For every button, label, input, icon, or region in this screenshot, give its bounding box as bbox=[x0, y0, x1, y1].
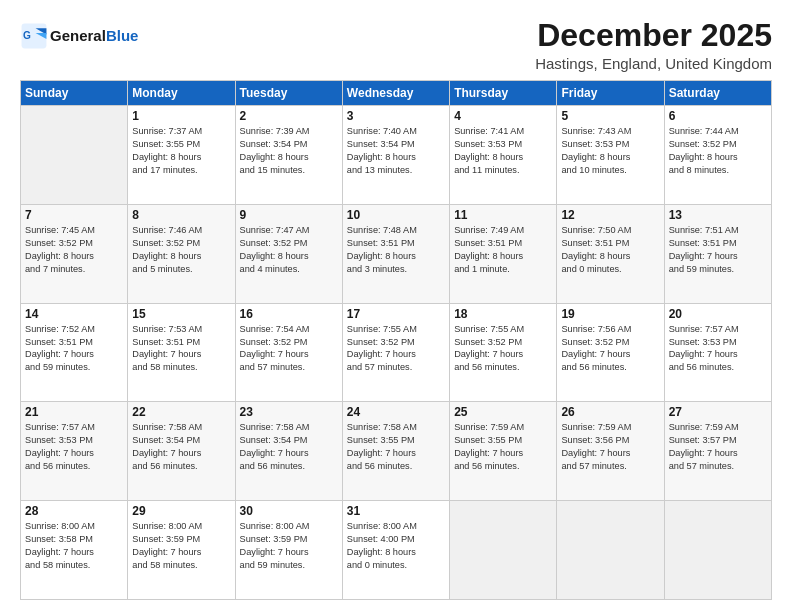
day-info: Sunrise: 7:47 AM Sunset: 3:52 PM Dayligh… bbox=[240, 224, 338, 276]
day-number: 17 bbox=[347, 307, 445, 321]
calendar-cell: 3Sunrise: 7:40 AM Sunset: 3:54 PM Daylig… bbox=[342, 106, 449, 205]
col-monday: Monday bbox=[128, 81, 235, 106]
day-info: Sunrise: 7:41 AM Sunset: 3:53 PM Dayligh… bbox=[454, 125, 552, 177]
calendar-week-3: 14Sunrise: 7:52 AM Sunset: 3:51 PM Dayli… bbox=[21, 303, 772, 402]
day-info: Sunrise: 7:55 AM Sunset: 3:52 PM Dayligh… bbox=[347, 323, 445, 375]
calendar-week-2: 7Sunrise: 7:45 AM Sunset: 3:52 PM Daylig… bbox=[21, 204, 772, 303]
calendar-cell: 25Sunrise: 7:59 AM Sunset: 3:55 PM Dayli… bbox=[450, 402, 557, 501]
calendar-week-1: 1Sunrise: 7:37 AM Sunset: 3:55 PM Daylig… bbox=[21, 106, 772, 205]
calendar-week-4: 21Sunrise: 7:57 AM Sunset: 3:53 PM Dayli… bbox=[21, 402, 772, 501]
day-number: 13 bbox=[669, 208, 767, 222]
day-info: Sunrise: 8:00 AM Sunset: 3:59 PM Dayligh… bbox=[132, 520, 230, 572]
day-number: 24 bbox=[347, 405, 445, 419]
day-info: Sunrise: 7:49 AM Sunset: 3:51 PM Dayligh… bbox=[454, 224, 552, 276]
col-friday: Friday bbox=[557, 81, 664, 106]
calendar-cell: 24Sunrise: 7:58 AM Sunset: 3:55 PM Dayli… bbox=[342, 402, 449, 501]
calendar-cell bbox=[21, 106, 128, 205]
day-info: Sunrise: 7:53 AM Sunset: 3:51 PM Dayligh… bbox=[132, 323, 230, 375]
header: G GeneralBlue December 2025 Hastings, En… bbox=[20, 18, 772, 72]
day-number: 20 bbox=[669, 307, 767, 321]
calendar-cell: 6Sunrise: 7:44 AM Sunset: 3:52 PM Daylig… bbox=[664, 106, 771, 205]
calendar-page: G GeneralBlue December 2025 Hastings, En… bbox=[0, 0, 792, 612]
calendar-cell: 29Sunrise: 8:00 AM Sunset: 3:59 PM Dayli… bbox=[128, 501, 235, 600]
calendar-cell: 28Sunrise: 8:00 AM Sunset: 3:58 PM Dayli… bbox=[21, 501, 128, 600]
day-number: 14 bbox=[25, 307, 123, 321]
day-info: Sunrise: 7:50 AM Sunset: 3:51 PM Dayligh… bbox=[561, 224, 659, 276]
day-info: Sunrise: 7:57 AM Sunset: 3:53 PM Dayligh… bbox=[669, 323, 767, 375]
day-number: 29 bbox=[132, 504, 230, 518]
calendar-cell: 13Sunrise: 7:51 AM Sunset: 3:51 PM Dayli… bbox=[664, 204, 771, 303]
day-number: 30 bbox=[240, 504, 338, 518]
calendar-cell: 16Sunrise: 7:54 AM Sunset: 3:52 PM Dayli… bbox=[235, 303, 342, 402]
calendar-cell: 22Sunrise: 7:58 AM Sunset: 3:54 PM Dayli… bbox=[128, 402, 235, 501]
calendar-cell: 21Sunrise: 7:57 AM Sunset: 3:53 PM Dayli… bbox=[21, 402, 128, 501]
calendar-cell bbox=[450, 501, 557, 600]
day-number: 10 bbox=[347, 208, 445, 222]
day-number: 21 bbox=[25, 405, 123, 419]
calendar-cell: 11Sunrise: 7:49 AM Sunset: 3:51 PM Dayli… bbox=[450, 204, 557, 303]
day-number: 4 bbox=[454, 109, 552, 123]
day-number: 27 bbox=[669, 405, 767, 419]
calendar-cell: 4Sunrise: 7:41 AM Sunset: 3:53 PM Daylig… bbox=[450, 106, 557, 205]
calendar-cell: 31Sunrise: 8:00 AM Sunset: 4:00 PM Dayli… bbox=[342, 501, 449, 600]
day-info: Sunrise: 7:56 AM Sunset: 3:52 PM Dayligh… bbox=[561, 323, 659, 375]
calendar-cell: 30Sunrise: 8:00 AM Sunset: 3:59 PM Dayli… bbox=[235, 501, 342, 600]
title-area: December 2025 Hastings, England, United … bbox=[535, 18, 772, 72]
calendar-cell: 9Sunrise: 7:47 AM Sunset: 3:52 PM Daylig… bbox=[235, 204, 342, 303]
day-number: 18 bbox=[454, 307, 552, 321]
day-info: Sunrise: 7:52 AM Sunset: 3:51 PM Dayligh… bbox=[25, 323, 123, 375]
day-number: 23 bbox=[240, 405, 338, 419]
day-info: Sunrise: 7:58 AM Sunset: 3:54 PM Dayligh… bbox=[132, 421, 230, 473]
day-info: Sunrise: 7:58 AM Sunset: 3:54 PM Dayligh… bbox=[240, 421, 338, 473]
calendar-cell: 15Sunrise: 7:53 AM Sunset: 3:51 PM Dayli… bbox=[128, 303, 235, 402]
day-info: Sunrise: 7:37 AM Sunset: 3:55 PM Dayligh… bbox=[132, 125, 230, 177]
day-number: 15 bbox=[132, 307, 230, 321]
day-number: 25 bbox=[454, 405, 552, 419]
day-info: Sunrise: 7:44 AM Sunset: 3:52 PM Dayligh… bbox=[669, 125, 767, 177]
calendar-cell: 10Sunrise: 7:48 AM Sunset: 3:51 PM Dayli… bbox=[342, 204, 449, 303]
calendar-cell: 8Sunrise: 7:46 AM Sunset: 3:52 PM Daylig… bbox=[128, 204, 235, 303]
day-info: Sunrise: 7:48 AM Sunset: 3:51 PM Dayligh… bbox=[347, 224, 445, 276]
day-number: 7 bbox=[25, 208, 123, 222]
header-row: Sunday Monday Tuesday Wednesday Thursday… bbox=[21, 81, 772, 106]
calendar-cell: 20Sunrise: 7:57 AM Sunset: 3:53 PM Dayli… bbox=[664, 303, 771, 402]
day-number: 9 bbox=[240, 208, 338, 222]
logo-text: GeneralBlue bbox=[50, 27, 138, 44]
calendar-cell: 23Sunrise: 7:58 AM Sunset: 3:54 PM Dayli… bbox=[235, 402, 342, 501]
day-info: Sunrise: 7:46 AM Sunset: 3:52 PM Dayligh… bbox=[132, 224, 230, 276]
day-number: 28 bbox=[25, 504, 123, 518]
day-info: Sunrise: 7:59 AM Sunset: 3:57 PM Dayligh… bbox=[669, 421, 767, 473]
day-info: Sunrise: 8:00 AM Sunset: 4:00 PM Dayligh… bbox=[347, 520, 445, 572]
calendar-cell: 1Sunrise: 7:37 AM Sunset: 3:55 PM Daylig… bbox=[128, 106, 235, 205]
calendar-week-5: 28Sunrise: 8:00 AM Sunset: 3:58 PM Dayli… bbox=[21, 501, 772, 600]
calendar-cell: 19Sunrise: 7:56 AM Sunset: 3:52 PM Dayli… bbox=[557, 303, 664, 402]
calendar-cell bbox=[664, 501, 771, 600]
day-number: 22 bbox=[132, 405, 230, 419]
logo: G GeneralBlue bbox=[20, 22, 138, 50]
day-number: 8 bbox=[132, 208, 230, 222]
day-number: 6 bbox=[669, 109, 767, 123]
col-saturday: Saturday bbox=[664, 81, 771, 106]
day-number: 31 bbox=[347, 504, 445, 518]
calendar-cell: 27Sunrise: 7:59 AM Sunset: 3:57 PM Dayli… bbox=[664, 402, 771, 501]
location: Hastings, England, United Kingdom bbox=[535, 55, 772, 72]
calendar-cell: 12Sunrise: 7:50 AM Sunset: 3:51 PM Dayli… bbox=[557, 204, 664, 303]
calendar-cell: 5Sunrise: 7:43 AM Sunset: 3:53 PM Daylig… bbox=[557, 106, 664, 205]
day-number: 16 bbox=[240, 307, 338, 321]
day-info: Sunrise: 7:57 AM Sunset: 3:53 PM Dayligh… bbox=[25, 421, 123, 473]
calendar-cell: 2Sunrise: 7:39 AM Sunset: 3:54 PM Daylig… bbox=[235, 106, 342, 205]
day-number: 19 bbox=[561, 307, 659, 321]
day-info: Sunrise: 7:51 AM Sunset: 3:51 PM Dayligh… bbox=[669, 224, 767, 276]
day-info: Sunrise: 8:00 AM Sunset: 3:58 PM Dayligh… bbox=[25, 520, 123, 572]
day-info: Sunrise: 8:00 AM Sunset: 3:59 PM Dayligh… bbox=[240, 520, 338, 572]
logo-icon: G bbox=[20, 22, 48, 50]
day-info: Sunrise: 7:43 AM Sunset: 3:53 PM Dayligh… bbox=[561, 125, 659, 177]
col-thursday: Thursday bbox=[450, 81, 557, 106]
day-number: 2 bbox=[240, 109, 338, 123]
calendar-cell bbox=[557, 501, 664, 600]
day-number: 1 bbox=[132, 109, 230, 123]
calendar-cell: 18Sunrise: 7:55 AM Sunset: 3:52 PM Dayli… bbox=[450, 303, 557, 402]
day-info: Sunrise: 7:59 AM Sunset: 3:55 PM Dayligh… bbox=[454, 421, 552, 473]
calendar-cell: 17Sunrise: 7:55 AM Sunset: 3:52 PM Dayli… bbox=[342, 303, 449, 402]
day-number: 11 bbox=[454, 208, 552, 222]
